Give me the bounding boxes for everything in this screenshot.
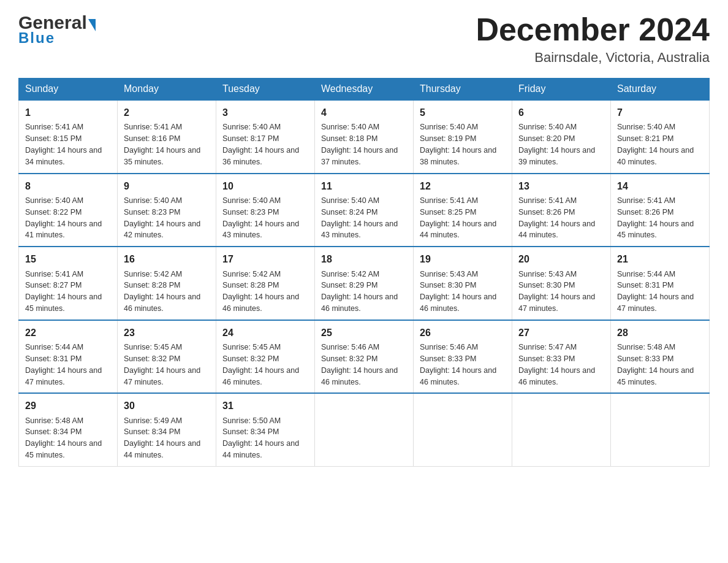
day-number: 31 (222, 399, 308, 413)
col-header-monday: Monday (118, 79, 216, 101)
calendar-cell: 15Sunrise: 5:41 AMSunset: 8:27 PMDayligh… (19, 247, 118, 320)
day-number: 24 (222, 326, 308, 340)
day-number: 13 (518, 179, 604, 193)
calendar-cell: 9Sunrise: 5:40 AMSunset: 8:23 PMDaylight… (118, 174, 216, 247)
day-number: 3 (222, 105, 308, 120)
calendar-week-row: 8Sunrise: 5:40 AMSunset: 8:22 PMDaylight… (19, 174, 710, 247)
day-number: 29 (25, 399, 111, 413)
day-number: 28 (617, 326, 703, 340)
calendar-cell (611, 393, 710, 466)
day-info: Sunrise: 5:40 AMSunset: 8:17 PMDaylight:… (222, 123, 299, 166)
day-number: 22 (25, 326, 111, 340)
calendar-header-row: SundayMondayTuesdayWednesdayThursdayFrid… (19, 79, 710, 101)
day-info: Sunrise: 5:47 AMSunset: 8:33 PMDaylight:… (518, 343, 595, 386)
calendar-cell: 29Sunrise: 5:48 AMSunset: 8:34 PMDayligh… (19, 393, 118, 466)
day-info: Sunrise: 5:45 AMSunset: 8:32 PMDaylight:… (124, 343, 200, 386)
day-number: 20 (518, 252, 604, 266)
day-number: 19 (420, 252, 506, 266)
day-number: 9 (124, 179, 210, 193)
calendar-cell: 24Sunrise: 5:45 AMSunset: 8:32 PMDayligh… (216, 320, 315, 394)
day-info: Sunrise: 5:48 AMSunset: 8:33 PMDaylight:… (617, 343, 694, 386)
day-number: 16 (124, 252, 210, 266)
day-number: 2 (124, 105, 210, 120)
calendar-cell: 23Sunrise: 5:45 AMSunset: 8:32 PMDayligh… (118, 320, 216, 394)
day-number: 1 (25, 105, 111, 120)
calendar-cell: 7Sunrise: 5:40 AMSunset: 8:21 PMDaylight… (611, 100, 710, 174)
col-header-wednesday: Wednesday (315, 79, 414, 101)
calendar-cell: 12Sunrise: 5:41 AMSunset: 8:25 PMDayligh… (414, 174, 512, 247)
day-number: 4 (321, 105, 407, 120)
calendar-cell: 13Sunrise: 5:41 AMSunset: 8:26 PMDayligh… (512, 174, 611, 247)
day-info: Sunrise: 5:40 AMSunset: 8:24 PMDaylight:… (321, 196, 398, 240)
day-info: Sunrise: 5:50 AMSunset: 8:34 PMDaylight:… (222, 416, 299, 460)
calendar-table: SundayMondayTuesdayWednesdayThursdayFrid… (18, 78, 710, 467)
day-info: Sunrise: 5:42 AMSunset: 8:28 PMDaylight:… (124, 270, 200, 313)
day-info: Sunrise: 5:46 AMSunset: 8:33 PMDaylight:… (420, 343, 496, 386)
calendar-cell (414, 393, 512, 466)
col-header-sunday: Sunday (19, 79, 118, 101)
day-info: Sunrise: 5:40 AMSunset: 8:19 PMDaylight:… (420, 123, 496, 166)
day-info: Sunrise: 5:40 AMSunset: 8:22 PMDaylight:… (25, 196, 102, 240)
calendar-cell: 16Sunrise: 5:42 AMSunset: 8:28 PMDayligh… (118, 247, 216, 320)
day-info: Sunrise: 5:40 AMSunset: 8:20 PMDaylight:… (518, 123, 595, 166)
calendar-cell: 31Sunrise: 5:50 AMSunset: 8:34 PMDayligh… (216, 393, 315, 466)
title-area: December 2024 Bairnsdale, Victoria, Aust… (476, 12, 710, 66)
day-info: Sunrise: 5:46 AMSunset: 8:32 PMDaylight:… (321, 343, 398, 386)
calendar-cell: 11Sunrise: 5:40 AMSunset: 8:24 PMDayligh… (315, 174, 414, 247)
day-number: 7 (617, 105, 703, 120)
day-info: Sunrise: 5:41 AMSunset: 8:25 PMDaylight:… (420, 196, 496, 240)
calendar-cell: 14Sunrise: 5:41 AMSunset: 8:26 PMDayligh… (611, 174, 710, 247)
day-number: 18 (321, 252, 407, 266)
location-title: Bairnsdale, Victoria, Australia (476, 50, 710, 66)
calendar-cell (315, 393, 414, 466)
day-number: 14 (617, 179, 703, 193)
calendar-week-row: 1Sunrise: 5:41 AMSunset: 8:15 PMDaylight… (19, 100, 710, 174)
calendar-cell: 5Sunrise: 5:40 AMSunset: 8:19 PMDaylight… (414, 100, 512, 174)
calendar-cell: 6Sunrise: 5:40 AMSunset: 8:20 PMDaylight… (512, 100, 611, 174)
page-header: General Blue December 2024 Bairnsdale, V… (18, 12, 710, 66)
day-info: Sunrise: 5:43 AMSunset: 8:30 PMDaylight:… (518, 270, 595, 313)
calendar-cell: 21Sunrise: 5:44 AMSunset: 8:31 PMDayligh… (611, 247, 710, 320)
day-info: Sunrise: 5:48 AMSunset: 8:34 PMDaylight:… (25, 416, 102, 460)
col-header-tuesday: Tuesday (216, 79, 315, 101)
day-info: Sunrise: 5:45 AMSunset: 8:32 PMDaylight:… (222, 343, 299, 386)
calendar-cell: 4Sunrise: 5:40 AMSunset: 8:18 PMDaylight… (315, 100, 414, 174)
day-number: 11 (321, 179, 407, 193)
calendar-cell: 25Sunrise: 5:46 AMSunset: 8:32 PMDayligh… (315, 320, 414, 394)
day-info: Sunrise: 5:41 AMSunset: 8:27 PMDaylight:… (25, 270, 102, 313)
day-info: Sunrise: 5:44 AMSunset: 8:31 PMDaylight:… (617, 270, 694, 313)
calendar-week-row: 22Sunrise: 5:44 AMSunset: 8:31 PMDayligh… (19, 320, 710, 394)
calendar-cell: 28Sunrise: 5:48 AMSunset: 8:33 PMDayligh… (611, 320, 710, 394)
day-info: Sunrise: 5:41 AMSunset: 8:15 PMDaylight:… (25, 123, 102, 166)
day-number: 26 (420, 326, 506, 340)
col-header-saturday: Saturday (611, 79, 710, 101)
logo-triangle-icon (88, 19, 96, 31)
day-info: Sunrise: 5:40 AMSunset: 8:23 PMDaylight:… (124, 196, 200, 240)
day-number: 15 (25, 252, 111, 266)
day-info: Sunrise: 5:41 AMSunset: 8:26 PMDaylight:… (617, 196, 694, 240)
day-info: Sunrise: 5:41 AMSunset: 8:16 PMDaylight:… (124, 123, 200, 166)
calendar-week-row: 29Sunrise: 5:48 AMSunset: 8:34 PMDayligh… (19, 393, 710, 466)
day-info: Sunrise: 5:44 AMSunset: 8:31 PMDaylight:… (25, 343, 102, 386)
calendar-cell (512, 393, 611, 466)
col-header-friday: Friday (512, 79, 611, 101)
day-info: Sunrise: 5:40 AMSunset: 8:18 PMDaylight:… (321, 123, 398, 166)
calendar-cell: 8Sunrise: 5:40 AMSunset: 8:22 PMDaylight… (19, 174, 118, 247)
calendar-week-row: 15Sunrise: 5:41 AMSunset: 8:27 PMDayligh… (19, 247, 710, 320)
day-info: Sunrise: 5:42 AMSunset: 8:28 PMDaylight:… (222, 270, 299, 313)
day-number: 27 (518, 326, 604, 340)
calendar-cell: 19Sunrise: 5:43 AMSunset: 8:30 PMDayligh… (414, 247, 512, 320)
day-info: Sunrise: 5:41 AMSunset: 8:26 PMDaylight:… (518, 196, 595, 240)
calendar-cell: 1Sunrise: 5:41 AMSunset: 8:15 PMDaylight… (19, 100, 118, 174)
day-number: 8 (25, 179, 111, 193)
day-number: 17 (222, 252, 308, 266)
day-number: 30 (124, 399, 210, 413)
day-info: Sunrise: 5:43 AMSunset: 8:30 PMDaylight:… (420, 270, 496, 313)
logo: General Blue (18, 12, 96, 47)
calendar-cell: 30Sunrise: 5:49 AMSunset: 8:34 PMDayligh… (118, 393, 216, 466)
calendar-cell: 10Sunrise: 5:40 AMSunset: 8:23 PMDayligh… (216, 174, 315, 247)
day-number: 10 (222, 179, 308, 193)
day-number: 12 (420, 179, 506, 193)
day-number: 21 (617, 252, 703, 266)
day-number: 23 (124, 326, 210, 340)
